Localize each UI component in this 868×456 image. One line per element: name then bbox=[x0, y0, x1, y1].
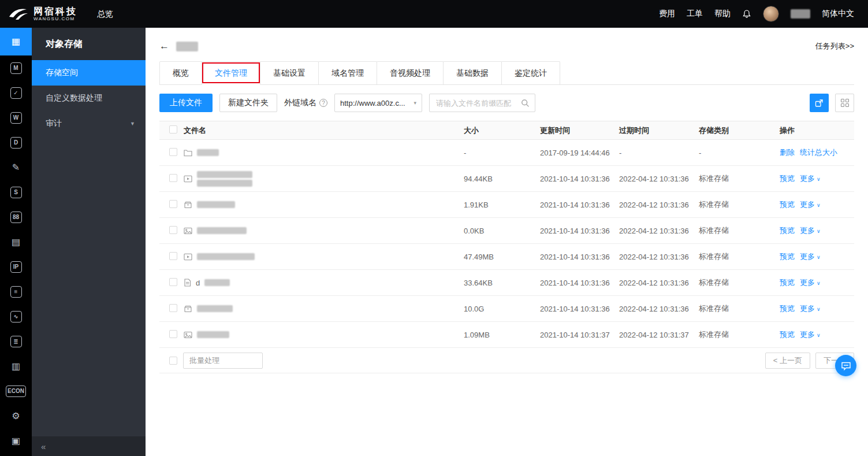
tab-basic-settings[interactable]: 基础设置 bbox=[260, 61, 319, 84]
action-link[interactable]: 更多∨ bbox=[800, 251, 821, 262]
collapse-sidebar-button[interactable]: « bbox=[41, 442, 46, 451]
rail-item-products-grid[interactable]: ▦ bbox=[0, 28, 32, 55]
file-name[interactable] bbox=[197, 227, 247, 234]
wangsu-logo[interactable]: 网宿科技 WANGSU.COM bbox=[8, 6, 77, 21]
action-link[interactable]: 预览 bbox=[780, 251, 795, 262]
file-name-cell bbox=[184, 227, 464, 235]
archive-file-icon bbox=[184, 305, 192, 313]
monitor-chart-icon: ∿ bbox=[10, 311, 22, 322]
search-input[interactable] bbox=[435, 98, 521, 108]
nav-billing[interactable]: 费用 bbox=[659, 9, 675, 19]
rail-item-gear[interactable]: ⚙ bbox=[0, 403, 32, 428]
action-link[interactable]: 预览 bbox=[780, 303, 795, 314]
row-checkbox[interactable] bbox=[169, 278, 177, 286]
new-folder-button[interactable]: 新建文件夹 bbox=[219, 94, 277, 112]
row-checkbox[interactable] bbox=[169, 304, 177, 312]
nav-tickets[interactable]: 工单 bbox=[687, 9, 703, 19]
action-link[interactable]: 预览 bbox=[780, 199, 795, 210]
tab-auth-stats[interactable]: 鉴定统计 bbox=[501, 61, 560, 84]
row-checkbox[interactable] bbox=[169, 252, 177, 260]
sidebar-item-storage-space[interactable]: 存储空间 bbox=[32, 60, 146, 86]
rail-item-server-shield[interactable]: ▤ bbox=[0, 229, 32, 254]
header-select-all-checkbox[interactable] bbox=[169, 125, 177, 134]
action-link[interactable]: 统计总大小 bbox=[800, 147, 837, 158]
grid-view-button[interactable] bbox=[835, 94, 854, 112]
file-name[interactable] bbox=[197, 201, 235, 208]
action-link[interactable]: 预览 bbox=[780, 329, 795, 340]
rail-item-edit-pencil[interactable]: ✎ bbox=[0, 155, 32, 180]
row-actions: 删除统计总大小 bbox=[780, 147, 854, 158]
action-link[interactable]: 更多∨ bbox=[800, 199, 821, 210]
batch-select-all-checkbox[interactable] bbox=[169, 357, 177, 365]
main-content: ← 任务列表>> 概览文件管理基础设置域名管理音视频处理基础数据鉴定统计 上传文… bbox=[146, 28, 868, 456]
rail-item-storage-box[interactable]: ▣ bbox=[0, 428, 32, 453]
user-avatar[interactable] bbox=[763, 6, 779, 22]
storage-class: 标准存储 bbox=[699, 251, 780, 262]
rail-item-monitor-chart[interactable]: ∿ bbox=[0, 304, 32, 329]
rail-item-list[interactable]: ≣ bbox=[0, 329, 32, 354]
prev-page-button[interactable]: < 上一页 bbox=[765, 353, 810, 369]
tab-domain-management[interactable]: 域名管理 bbox=[318, 61, 377, 84]
domain-select[interactable]: http://www.a00z.c... ▾ bbox=[334, 94, 422, 112]
action-link[interactable]: 删除 bbox=[780, 147, 795, 158]
storage-class: 标准存储 bbox=[699, 173, 780, 184]
file-name[interactable] bbox=[197, 331, 229, 338]
tab-overview[interactable]: 概览 bbox=[159, 61, 202, 84]
row-checkbox[interactable] bbox=[169, 200, 177, 208]
row-checkbox[interactable] bbox=[169, 226, 177, 234]
rail-item-econ-product[interactable]: ECON bbox=[0, 379, 32, 403]
action-link[interactable]: 预览 bbox=[780, 173, 795, 184]
file-name[interactable] bbox=[197, 149, 219, 156]
select-arrow-icon: ▾ bbox=[413, 100, 416, 106]
help-question-icon[interactable]: ? bbox=[319, 99, 327, 107]
expire-time: 2022-04-12 10:31:36 bbox=[619, 175, 699, 183]
rail-item-cdn-m[interactable]: M bbox=[0, 55, 32, 80]
notification-bell-icon[interactable] bbox=[742, 9, 751, 18]
row-checkbox[interactable] bbox=[169, 148, 177, 156]
tab-basic-data[interactable]: 基础数据 bbox=[443, 61, 502, 84]
action-link[interactable]: 预览 bbox=[780, 277, 795, 288]
back-button[interactable]: ← bbox=[159, 40, 169, 52]
rail-item-document[interactable]: ≡ bbox=[0, 279, 32, 304]
file-name[interactable] bbox=[197, 305, 233, 312]
sidebar-item-audit[interactable]: 审计▼ bbox=[32, 111, 146, 136]
rail-item-s-product[interactable]: S bbox=[0, 180, 32, 205]
nav-overview[interactable]: 总览 bbox=[97, 9, 113, 18]
file-name[interactable] bbox=[197, 253, 255, 260]
rail-item-d-product[interactable]: D bbox=[0, 130, 32, 155]
rail-item-meter[interactable]: 88 bbox=[0, 205, 32, 229]
action-link[interactable]: 更多∨ bbox=[800, 303, 821, 314]
sidebar-title: 对象存储 bbox=[32, 28, 146, 60]
rail-item-ip-product[interactable]: IP bbox=[0, 254, 32, 279]
nav-help[interactable]: 帮助 bbox=[714, 9, 731, 19]
search-box[interactable] bbox=[429, 94, 535, 112]
rail-item-w-product[interactable]: W bbox=[0, 105, 32, 130]
task-list-link[interactable]: 任务列表>> bbox=[815, 41, 854, 51]
file-name-redacted bbox=[197, 253, 255, 260]
batch-action-select[interactable]: 批量处理 bbox=[183, 353, 263, 369]
sidebar-nav: 存储空间自定义数据处理审计▼ bbox=[32, 60, 146, 136]
action-link[interactable]: 预览 bbox=[780, 225, 795, 236]
language-switch[interactable]: 简体中文 bbox=[822, 9, 854, 19]
file-name[interactable] bbox=[204, 279, 230, 286]
row-checkbox[interactable] bbox=[169, 330, 177, 338]
action-link[interactable]: 更多∨ bbox=[800, 173, 821, 184]
action-link[interactable]: 更多∨ bbox=[800, 225, 821, 236]
refresh-button[interactable] bbox=[810, 94, 829, 112]
action-link[interactable]: 更多∨ bbox=[800, 329, 821, 340]
action-link[interactable]: 更多∨ bbox=[800, 277, 821, 288]
search-icon[interactable] bbox=[521, 99, 530, 107]
sidebar-item-custom-data-processing[interactable]: 自定义数据处理 bbox=[32, 86, 146, 111]
meter-icon: 88 bbox=[10, 212, 22, 223]
rail-item-shield-check[interactable]: ✓ bbox=[0, 80, 32, 105]
topbar-right: 费用 工单 帮助 简体中文 bbox=[659, 6, 854, 22]
tab-file-management[interactable]: 文件管理 bbox=[202, 61, 260, 85]
tab-av-processing[interactable]: 音视频处理 bbox=[377, 61, 444, 84]
row-checkbox-cell bbox=[159, 330, 184, 340]
row-checkbox[interactable] bbox=[169, 174, 177, 182]
feedback-chat-button[interactable] bbox=[835, 355, 856, 376]
upload-file-button[interactable]: 上传文件 bbox=[159, 94, 213, 112]
rail-item-layers[interactable]: ▥ bbox=[0, 354, 32, 379]
file-name-redacted bbox=[197, 180, 252, 187]
file-name[interactable] bbox=[197, 171, 252, 187]
